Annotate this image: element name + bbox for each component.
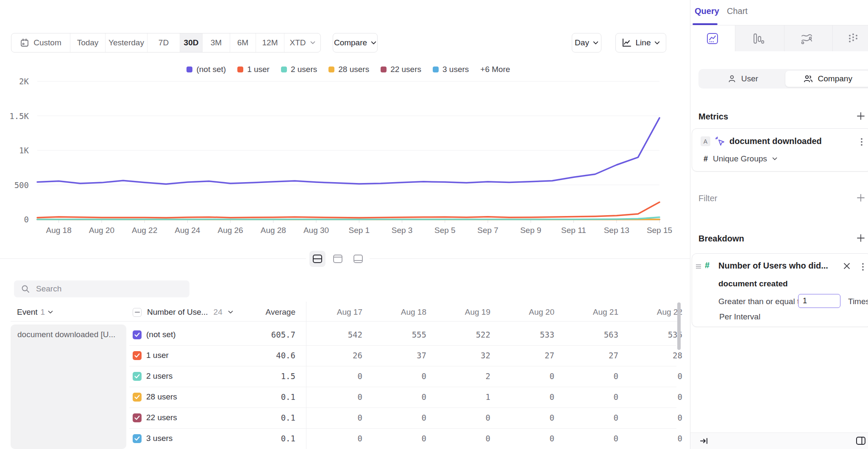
tab-chart[interactable]: Chart (727, 6, 748, 16)
interval-button[interactable]: Day (572, 33, 601, 53)
table-row: 2 users1.5002000 (0, 366, 690, 387)
search-box (14, 280, 189, 297)
range-7d[interactable]: 7D (147, 33, 180, 52)
breakdown-value-input[interactable] (798, 294, 840, 308)
add-metric-button[interactable] (856, 111, 866, 121)
plus-icon (856, 233, 865, 243)
table-header: Event 1 Number of Use... 24 Average Aug … (0, 304, 690, 321)
breakdown-menu-button[interactable] (862, 262, 864, 272)
breakdown-title[interactable]: Number of Users who did... (718, 261, 841, 271)
layout-table-only-button[interactable] (350, 251, 366, 267)
series-checkbox[interactable] (133, 330, 142, 339)
chart-type-bar-chart[interactable] (746, 25, 771, 51)
breakdown-condition-label[interactable]: Greater than or equal to (718, 297, 804, 306)
breakdown-event-name[interactable]: document created (718, 279, 788, 288)
kebab-icon (862, 262, 864, 272)
series-value: 0 (562, 413, 626, 422)
measure-selector[interactable]: # Unique Groups (704, 154, 777, 164)
series-checkbox[interactable] (133, 351, 142, 360)
range-label: 7D (159, 38, 169, 47)
metric-menu-button[interactable] (860, 137, 863, 147)
series-value: 0 (370, 392, 434, 402)
compare-button[interactable]: Compare (333, 33, 378, 53)
event-column-header[interactable]: Event 1 (17, 308, 53, 317)
series-checkbox[interactable] (133, 413, 142, 422)
x-axis-label: Aug 20 (89, 226, 114, 235)
series-average: 1.5 (229, 371, 295, 381)
chart-type-flow-chart[interactable] (794, 25, 819, 51)
series-average: 0.1 (229, 434, 295, 443)
line-chart: 05001K1.5K2KAug 18Aug 20Aug 22Aug 24Aug … (0, 59, 690, 241)
range-custom[interactable]: Custom (11, 33, 70, 52)
interval-label: Day (575, 38, 589, 47)
series-label: 1 user (146, 351, 169, 360)
layout-chart-only-button[interactable] (330, 251, 346, 267)
series-value: 0 (498, 413, 562, 422)
series-value: 542 (306, 330, 370, 339)
series-value: 0 (370, 434, 434, 443)
table-scrollbar[interactable] (677, 302, 681, 350)
check-icon (134, 333, 140, 337)
series-label: (not set) (146, 330, 176, 339)
chevron-down-icon (48, 310, 53, 314)
row-divider (129, 387, 676, 387)
metric-event-name[interactable]: document downloaded (729, 136, 822, 146)
series-value: 0 (562, 392, 626, 402)
collapse-sidebar-button[interactable] (700, 437, 708, 445)
range-3m[interactable]: 3M (203, 33, 230, 52)
metric-card[interactable]: A document downloaded # Unique Groups (692, 128, 868, 172)
drag-handle-icon[interactable] (696, 264, 701, 269)
range-xtd[interactable]: XTD (284, 33, 320, 52)
entity-company-label: Company (818, 74, 852, 83)
date-column-header: Aug 20 (498, 308, 562, 317)
series-checkbox[interactable] (133, 393, 142, 402)
date-column-header: Aug 19 (434, 308, 498, 317)
range-label: 12M (262, 38, 278, 47)
chart-line-(not set) (37, 118, 659, 184)
series-value: 555 (370, 330, 434, 339)
plus-icon (856, 111, 865, 121)
layout-split-view-button[interactable] (309, 251, 326, 267)
range-today[interactable]: Today (70, 33, 106, 52)
x-axis-label: Sep 1 (348, 226, 370, 235)
check-icon (134, 353, 140, 358)
chart-type-scatter-grid[interactable] (841, 25, 866, 51)
range-yesterday[interactable]: Yesterday (106, 33, 147, 52)
chart-style-button[interactable]: Line (615, 33, 666, 53)
range-30d[interactable]: 30D (180, 33, 203, 52)
sidebar-tabbar: Query Chart (690, 0, 868, 25)
group-column-header[interactable]: Number of Use... 24 (133, 308, 233, 317)
series-average: 0.1 (229, 392, 295, 402)
series-checkbox[interactable] (133, 434, 142, 443)
cell-divider (832, 25, 833, 51)
search-input[interactable] (36, 284, 176, 294)
series-checkbox[interactable] (133, 372, 142, 381)
entity-option-company[interactable]: Company (785, 71, 868, 87)
company-icon (803, 74, 813, 83)
remove-breakdown-button[interactable] (843, 262, 851, 270)
add-filter-button[interactable] (856, 193, 866, 203)
series-value: 26 (306, 351, 370, 360)
breakdown-property-icon: # (705, 261, 709, 270)
toggle-panel-button[interactable] (856, 436, 866, 446)
x-axis-label: Sep 7 (477, 226, 498, 235)
range-6m[interactable]: 6M (230, 33, 256, 52)
breakdown-card[interactable]: # Number of Users who did... document cr… (692, 253, 868, 327)
chart-type-line-chart[interactable] (700, 25, 725, 51)
series-value: 0 (306, 392, 370, 402)
active-tab-underline (693, 23, 718, 25)
add-breakdown-button[interactable] (856, 233, 866, 243)
table-only-icon (353, 254, 363, 264)
table-row: (not set)605.7542555522533563536 (0, 324, 690, 345)
tab-query[interactable]: Query (695, 6, 719, 16)
select-all-checkbox[interactable] (133, 308, 142, 317)
table-row: 3 users0.1000000 (0, 428, 690, 449)
chart-type-selector (690, 25, 868, 51)
series-value: 0 (306, 371, 370, 381)
entity-option-user[interactable]: User (700, 71, 785, 87)
breakdown-interval-label[interactable]: Per Interval (719, 312, 760, 322)
range-12m[interactable]: 12M (256, 33, 284, 52)
series-value: 32 (434, 351, 498, 360)
arrow-to-bar-icon (700, 437, 708, 445)
chevron-down-icon (772, 157, 777, 161)
